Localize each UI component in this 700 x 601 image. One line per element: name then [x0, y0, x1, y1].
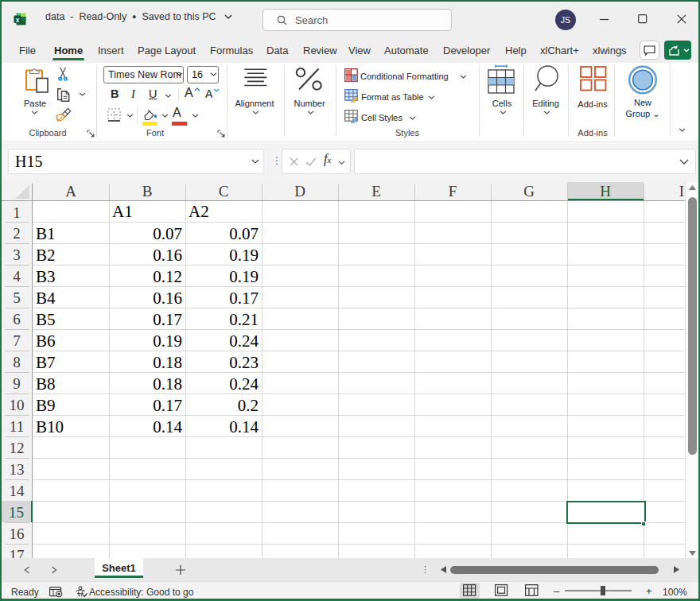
svg-text:x: x: [16, 16, 20, 24]
